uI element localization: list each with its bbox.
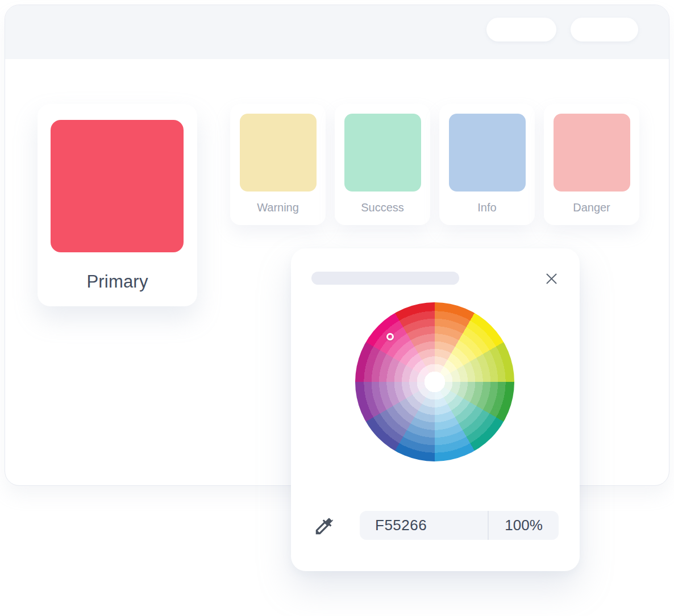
eyedropper-button[interactable]	[313, 514, 335, 538]
danger-color-label: Danger	[544, 201, 639, 214]
info-color-swatch[interactable]	[449, 114, 526, 192]
color-picker-dialog: F55266 100%	[291, 248, 580, 571]
danger-color-card[interactable]: Danger	[544, 104, 639, 225]
header-pill-button-1[interactable]	[486, 18, 556, 41]
warning-color-label: Warning	[230, 201, 326, 214]
app-canvas: Primary Warning Success Info Danger	[0, 0, 674, 616]
color-wheel[interactable]	[355, 302, 514, 461]
dialog-title-placeholder	[311, 272, 459, 285]
success-color-swatch[interactable]	[344, 114, 421, 192]
hex-input[interactable]: F55266	[360, 511, 488, 540]
opacity-input[interactable]: 100%	[489, 511, 559, 540]
primary-color-label: Primary	[38, 272, 197, 292]
color-selection-marker[interactable]	[386, 333, 394, 340]
header-pill-button-2[interactable]	[571, 18, 638, 41]
warning-color-card[interactable]: Warning	[230, 104, 326, 225]
danger-color-swatch[interactable]	[554, 114, 630, 192]
warning-color-swatch[interactable]	[240, 114, 317, 192]
success-color-label: Success	[335, 201, 430, 214]
close-button[interactable]	[543, 270, 559, 286]
primary-color-swatch[interactable]	[51, 120, 184, 252]
window-header	[5, 5, 669, 59]
eyedropper-icon	[313, 515, 335, 537]
info-color-card[interactable]: Info	[439, 104, 535, 225]
close-icon	[545, 272, 558, 285]
primary-color-card[interactable]: Primary	[38, 104, 197, 306]
success-color-card[interactable]: Success	[335, 104, 430, 225]
color-value-field: F55266 100%	[360, 511, 559, 540]
info-color-label: Info	[439, 201, 535, 214]
